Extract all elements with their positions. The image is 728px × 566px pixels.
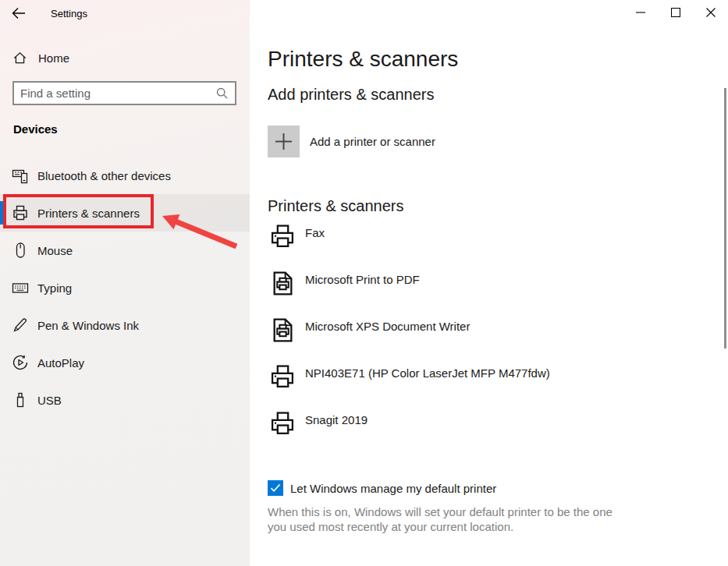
document-printer-icon — [270, 271, 296, 296]
printer-name: Microsoft Print to PDF — [305, 271, 420, 287]
search-icon[interactable] — [216, 87, 228, 99]
sidebar-item-label: Printers & scanners — [37, 207, 140, 220]
printers-section-heading: Printers & scanners — [268, 196, 728, 216]
sidebar-item-label: AutoPlay — [37, 356, 84, 370]
scrollbar-thumb[interactable] — [724, 88, 726, 348]
sidebar-item-bluetooth[interactable]: Bluetooth & other devices — [0, 157, 250, 194]
titlebar: Settings — [0, 0, 250, 31]
printer-icon — [12, 204, 29, 221]
document-printer-icon — [270, 317, 296, 343]
printer-icon — [270, 411, 296, 437]
sidebar-item-label: Typing — [37, 281, 72, 295]
sidebar-item-home[interactable]: Home — [0, 47, 250, 69]
back-button[interactable] — [9, 5, 28, 22]
pen-icon — [12, 317, 29, 334]
printer-name: NPI403E71 (HP Color LaserJet MFP M477fdw… — [305, 364, 550, 380]
search-input[interactable] — [14, 87, 216, 100]
printer-icon — [270, 224, 296, 249]
mouse-icon — [12, 242, 29, 259]
devices-icon — [12, 167, 29, 184]
sidebar-item-mouse[interactable]: Mouse — [0, 232, 250, 269]
autoplay-icon — [12, 354, 29, 371]
default-printer-label: Let Windows manage my default printer — [290, 482, 496, 495]
add-printer-label: Add a printer or scanner — [310, 135, 435, 148]
printer-list: Fax Microsoft Print to PDF Microsoft XPS… — [268, 224, 728, 458]
printer-row[interactable]: Microsoft XPS Document Writer — [268, 317, 634, 364]
default-printer-row: Let Windows manage my default printer — [268, 480, 728, 496]
search-box — [12, 81, 236, 105]
sidebar-item-label: USB — [37, 394, 62, 407]
printer-row[interactable]: Fax — [268, 224, 634, 271]
sidebar-item-label: Mouse — [37, 244, 73, 257]
selected-accent-bar — [0, 201, 3, 225]
sidebar: Settings Home Devices Bluetooth & other … — [0, 0, 250, 566]
printer-row[interactable]: Snagit 2019 — [268, 411, 634, 458]
page-title: Printers & scanners — [268, 45, 728, 73]
home-icon — [13, 51, 27, 65]
printer-row[interactable]: NPI403E71 (HP Color LaserJet MFP M477fdw… — [268, 364, 634, 411]
maximize-icon — [671, 8, 680, 17]
sidebar-item-pen[interactable]: Pen & Windows Ink — [0, 306, 250, 344]
add-section-heading: Add printers & scanners — [268, 84, 728, 104]
window-controls — [623, 0, 728, 24]
keyboard-icon — [12, 279, 29, 296]
printer-name: Microsoft XPS Document Writer — [305, 317, 470, 334]
plus-icon — [268, 126, 300, 157]
sidebar-item-label: Bluetooth & other devices — [37, 169, 171, 182]
minimize-icon — [636, 12, 645, 13]
sidebar-section-header: Devices — [13, 122, 58, 136]
printer-name: Snagit 2019 — [305, 411, 368, 427]
main-content: Printers & scanners Add printers & scann… — [250, 0, 728, 566]
sidebar-item-usb[interactable]: USB — [0, 381, 250, 419]
close-icon — [706, 8, 716, 17]
printer-name: Fax — [305, 224, 325, 240]
app-title: Settings — [51, 8, 87, 19]
close-button[interactable] — [693, 0, 728, 24]
add-printer-button[interactable]: Add a printer or scanner — [268, 126, 634, 157]
maximize-button[interactable] — [658, 0, 693, 24]
sidebar-item-label: Home — [38, 51, 69, 65]
sidebar-item-printers[interactable]: Printers & scanners — [0, 194, 250, 232]
minimize-button[interactable] — [623, 0, 658, 24]
printer-row[interactable]: Microsoft Print to PDF — [268, 271, 634, 317]
sidebar-item-autoplay[interactable]: AutoPlay — [0, 344, 250, 381]
sidebar-item-label: Pen & Windows Ink — [37, 319, 139, 332]
default-printer-checkbox[interactable] — [268, 480, 283, 496]
settings-window: Settings Home Devices Bluetooth & other … — [0, 0, 728, 566]
checkmark-icon — [270, 483, 281, 493]
usb-icon — [12, 391, 29, 409]
back-arrow-icon — [12, 7, 26, 19]
printer-icon — [270, 364, 296, 390]
sidebar-item-typing[interactable]: Typing — [0, 269, 250, 306]
default-printer-description: When this is on, Windows will set your d… — [268, 505, 625, 534]
sidebar-nav: Bluetooth & other devices Printers & sca… — [0, 157, 250, 419]
